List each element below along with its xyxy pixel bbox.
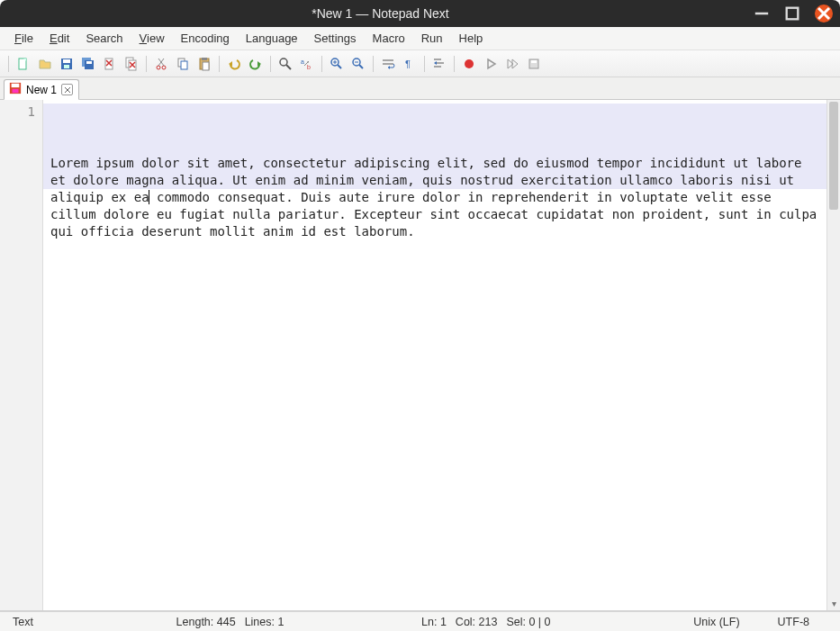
- line-number: 1: [0, 104, 35, 121]
- cut-button[interactable]: [151, 54, 171, 74]
- svg-text:a: a: [301, 59, 304, 65]
- close-file-button[interactable]: [100, 54, 120, 74]
- svg-rect-8: [64, 65, 69, 68]
- menu-macro[interactable]: Macro: [366, 29, 412, 48]
- status-middle: Length: 445 Lines: 1: [176, 616, 285, 628]
- window-controls: [754, 5, 833, 23]
- svg-line-38: [338, 65, 341, 68]
- status-col: Col: 213: [456, 616, 498, 628]
- replace-button[interactable]: ab: [297, 54, 317, 74]
- status-eol[interactable]: Unix (LF): [688, 616, 745, 628]
- svg-rect-11: [86, 61, 92, 64]
- menu-search[interactable]: Search: [78, 29, 130, 48]
- editor-content: Lorem ipsum dolor sit amet, consectetur …: [50, 155, 819, 240]
- vertical-scrollbar[interactable]: ▾: [826, 100, 840, 610]
- text-editor[interactable]: Lorem ipsum dolor sit amet, consectetur …: [43, 100, 826, 610]
- svg-rect-7: [63, 59, 70, 63]
- svg-rect-24: [181, 61, 187, 69]
- svg-marker-44: [388, 66, 390, 69]
- toolbar-separator: [424, 56, 425, 72]
- titlebar: *New 1 — Notepad Next: [0, 0, 840, 27]
- menubar: FileEditSearchViewEncodingLanguageSettin…: [0, 27, 840, 50]
- zoom-out-button[interactable]: [348, 54, 368, 74]
- scrollbar-down-arrow[interactable]: ▾: [827, 597, 840, 610]
- close-button[interactable]: [815, 5, 833, 23]
- statusbar: Text Length: 445 Lines: 1 Ln: 1 Col: 213…: [0, 611, 840, 631]
- tabbar: New 1: [0, 77, 840, 100]
- scrollbar-thumb[interactable]: [829, 102, 838, 210]
- status-sel: Sel: 0 | 0: [506, 616, 550, 628]
- run-macro-multi-button[interactable]: [502, 54, 522, 74]
- status-encoding[interactable]: UTF-8: [772, 616, 815, 628]
- new-file-button[interactable]: [14, 54, 33, 74]
- word-wrap-button[interactable]: [378, 54, 398, 74]
- record-macro-button[interactable]: [459, 54, 479, 74]
- editor-area: 1 Lorem ipsum dolor sit amet, consectetu…: [0, 100, 840, 611]
- undo-button[interactable]: [224, 54, 244, 74]
- minimize-button[interactable]: [754, 5, 770, 22]
- status-doc-type: Text: [7, 616, 39, 628]
- maximize-button[interactable]: [784, 5, 800, 22]
- status-lines: Lines: 1: [245, 616, 285, 628]
- find-button[interactable]: [275, 54, 295, 74]
- menu-view[interactable]: View: [132, 29, 172, 48]
- indent-guide-button[interactable]: [429, 54, 449, 74]
- svg-line-41: [359, 65, 363, 68]
- status-ln: Ln: 1: [421, 616, 447, 628]
- play-macro-button[interactable]: [481, 54, 501, 74]
- toolbar-separator: [219, 56, 220, 72]
- save-button[interactable]: [57, 54, 77, 74]
- menu-run[interactable]: Run: [414, 29, 450, 48]
- status-length: Length: 445: [176, 616, 236, 628]
- svg-rect-55: [531, 60, 537, 63]
- menu-language[interactable]: Language: [239, 29, 305, 48]
- svg-rect-1: [787, 8, 799, 20]
- toolbar-separator: [373, 56, 374, 72]
- save-all-button[interactable]: [78, 54, 98, 74]
- tab-close-button[interactable]: [61, 84, 73, 95]
- svg-rect-4: [19, 59, 26, 69]
- svg-point-19: [157, 66, 160, 69]
- svg-rect-26: [202, 58, 207, 60]
- svg-rect-58: [13, 89, 19, 93]
- zoom-in-button[interactable]: [327, 54, 347, 74]
- svg-rect-57: [12, 84, 20, 87]
- svg-point-30: [280, 59, 287, 66]
- svg-marker-49: [434, 61, 437, 65]
- svg-point-50: [465, 59, 474, 68]
- paste-button[interactable]: [194, 54, 214, 74]
- redo-button[interactable]: [246, 54, 266, 74]
- svg-point-20: [162, 66, 166, 69]
- status-cursor: Ln: 1 Col: 213 Sel: 0 | 0: [421, 616, 550, 628]
- toolbar-separator: [8, 56, 9, 72]
- toolbar-separator: [454, 56, 455, 72]
- svg-text:¶: ¶: [405, 59, 411, 69]
- toolbar: ab ¶: [0, 50, 840, 77]
- menu-edit[interactable]: Edit: [42, 29, 77, 48]
- toolbar-separator: [146, 56, 147, 72]
- menu-encoding[interactable]: Encoding: [174, 29, 237, 48]
- svg-line-31: [286, 65, 291, 69]
- save-macro-button[interactable]: [524, 54, 544, 74]
- close-all-button[interactable]: [122, 54, 141, 74]
- svg-marker-51: [488, 59, 495, 68]
- save-dirty-icon: [9, 82, 22, 97]
- menu-file[interactable]: File: [7, 29, 41, 48]
- tab-label: New 1: [26, 84, 57, 96]
- copy-button[interactable]: [173, 54, 193, 74]
- menu-help[interactable]: Help: [452, 29, 491, 48]
- window-title: *New 1 — Notepad Next: [7, 6, 754, 21]
- toolbar-separator: [270, 56, 271, 72]
- show-whitespace-button[interactable]: ¶: [400, 54, 420, 74]
- svg-rect-27: [203, 62, 209, 70]
- line-number-gutter: 1: [0, 100, 43, 610]
- svg-text:b: b: [307, 64, 311, 70]
- tab-new-1[interactable]: New 1: [4, 79, 79, 100]
- toolbar-separator: [321, 56, 322, 72]
- menu-settings[interactable]: Settings: [307, 29, 364, 48]
- open-file-button[interactable]: [35, 54, 55, 74]
